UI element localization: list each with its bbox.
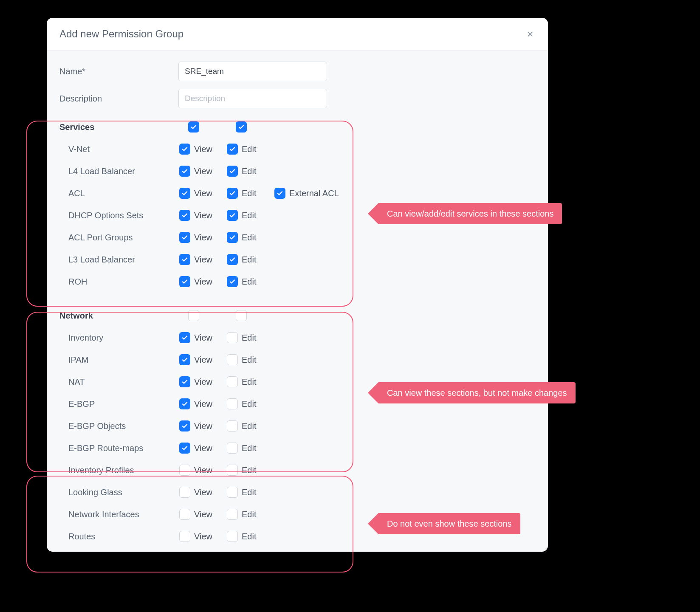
edit-checkbox[interactable]	[227, 276, 238, 287]
edit-label: Edit	[242, 399, 256, 409]
permission-name: E-BGP	[59, 399, 179, 409]
edit-checkbox[interactable]	[227, 144, 238, 155]
permission-name: ROH	[59, 277, 179, 287]
edit-checkbox[interactable]	[227, 332, 238, 343]
permission-name: Inventory	[59, 333, 179, 343]
view-label: View	[194, 277, 212, 287]
permission-row: ROHViewEdit	[59, 271, 535, 293]
view-label: View	[194, 510, 212, 519]
view-checkbox[interactable]	[179, 465, 190, 476]
permission-name: ACL	[59, 189, 179, 198]
view-checkbox[interactable]	[179, 210, 190, 221]
callout-arrow-icon	[368, 513, 378, 534]
callout-arrow-icon	[368, 203, 378, 224]
view-checkbox[interactable]	[179, 354, 190, 365]
modal-header: Add new Permission Group ×	[47, 18, 548, 51]
view-label: View	[194, 377, 212, 387]
external-acl-label: External ACL	[289, 189, 339, 198]
edit-checkbox[interactable]	[227, 531, 238, 542]
callout-text: Can view/add/edit services in these sect…	[378, 203, 562, 224]
edit-checkbox[interactable]	[227, 232, 238, 243]
permission-name: L3 Load Balancer	[59, 255, 179, 265]
view-checkbox[interactable]	[179, 232, 190, 243]
edit-label: Edit	[242, 166, 256, 176]
view-checkbox[interactable]	[179, 188, 190, 199]
edit-label: Edit	[242, 255, 256, 265]
view-checkbox[interactable]	[179, 443, 190, 454]
close-icon[interactable]: ×	[525, 29, 535, 39]
permission-name: IPAM	[59, 355, 179, 365]
external-acl-checkbox[interactable]	[274, 188, 285, 199]
permission-name: ACL Port Groups	[59, 233, 179, 243]
edit-checkbox[interactable]	[227, 254, 238, 265]
view-label: View	[194, 355, 212, 365]
view-label: View	[194, 333, 212, 343]
view-label: View	[194, 189, 212, 198]
edit-checkbox[interactable]	[227, 465, 238, 476]
permission-name: Routes	[59, 532, 179, 541]
edit-label: Edit	[242, 532, 256, 541]
callout-text: Can view these sections, but not make ch…	[378, 382, 576, 403]
edit-checkbox[interactable]	[227, 487, 238, 498]
callout-services: Can view/add/edit services in these sect…	[368, 203, 562, 224]
callout-arrow-icon	[368, 382, 378, 403]
permission-name: NAT	[59, 377, 179, 387]
permission-row: Looking GlassViewEdit	[59, 481, 535, 503]
description-input[interactable]	[178, 89, 327, 108]
permission-row: E-BGP Route-mapsViewEdit	[59, 437, 535, 459]
permission-row: L3 Load BalancerViewEdit	[59, 248, 535, 271]
edit-checkbox[interactable]	[227, 443, 238, 454]
permission-name: Looking Glass	[59, 488, 179, 497]
edit-checkbox[interactable]	[227, 509, 238, 520]
edit-label: Edit	[242, 211, 256, 220]
view-label: View	[194, 421, 212, 431]
section-header: Services	[59, 116, 535, 138]
view-checkbox[interactable]	[179, 332, 190, 343]
modal-body: Name* Description ServicesV-NetViewEditL…	[47, 51, 548, 552]
edit-checkbox[interactable]	[227, 398, 238, 409]
permission-row: ACL Port GroupsViewEdit	[59, 226, 535, 248]
permission-name: Inventory Profiles	[59, 465, 179, 475]
view-checkbox[interactable]	[179, 487, 190, 498]
edit-checkbox[interactable]	[227, 188, 238, 199]
form-row-name: Name*	[59, 62, 535, 81]
section-name: Services	[59, 122, 188, 132]
permission-row: V-NetViewEdit	[59, 138, 535, 160]
permission-name: DHCP Options Sets	[59, 211, 179, 220]
view-label: View	[194, 399, 212, 409]
section-edit-checkbox[interactable]	[236, 121, 247, 133]
view-label: View	[194, 488, 212, 497]
edit-checkbox[interactable]	[227, 166, 238, 177]
view-checkbox[interactable]	[179, 376, 190, 387]
permission-name: L4 Load Balancer	[59, 166, 179, 176]
edit-label: Edit	[242, 377, 256, 387]
edit-label: Edit	[242, 510, 256, 519]
view-label: View	[194, 233, 212, 243]
section-view-checkbox[interactable]	[188, 121, 199, 133]
permission-row: E-BGP ObjectsViewEdit	[59, 415, 535, 437]
permission-name: Network Interfaces	[59, 510, 179, 519]
section-edit-checkbox[interactable]	[236, 310, 247, 321]
view-checkbox[interactable]	[179, 420, 190, 432]
edit-label: Edit	[242, 333, 256, 343]
view-checkbox[interactable]	[179, 144, 190, 155]
edit-label: Edit	[242, 233, 256, 243]
section-view-checkbox[interactable]	[188, 310, 199, 321]
view-label: View	[194, 255, 212, 265]
edit-label: Edit	[242, 421, 256, 431]
edit-checkbox[interactable]	[227, 420, 238, 432]
callout-text: Do not even show these sections	[378, 513, 520, 534]
edit-label: Edit	[242, 277, 256, 287]
view-checkbox[interactable]	[179, 276, 190, 287]
view-checkbox[interactable]	[179, 166, 190, 177]
view-checkbox[interactable]	[179, 509, 190, 520]
edit-label: Edit	[242, 465, 256, 475]
edit-checkbox[interactable]	[227, 210, 238, 221]
view-checkbox[interactable]	[179, 254, 190, 265]
name-input[interactable]	[178, 62, 327, 81]
view-checkbox[interactable]	[179, 531, 190, 542]
permission-row: L4 Load BalancerViewEdit	[59, 160, 535, 182]
edit-checkbox[interactable]	[227, 376, 238, 387]
edit-checkbox[interactable]	[227, 354, 238, 365]
view-checkbox[interactable]	[179, 398, 190, 409]
